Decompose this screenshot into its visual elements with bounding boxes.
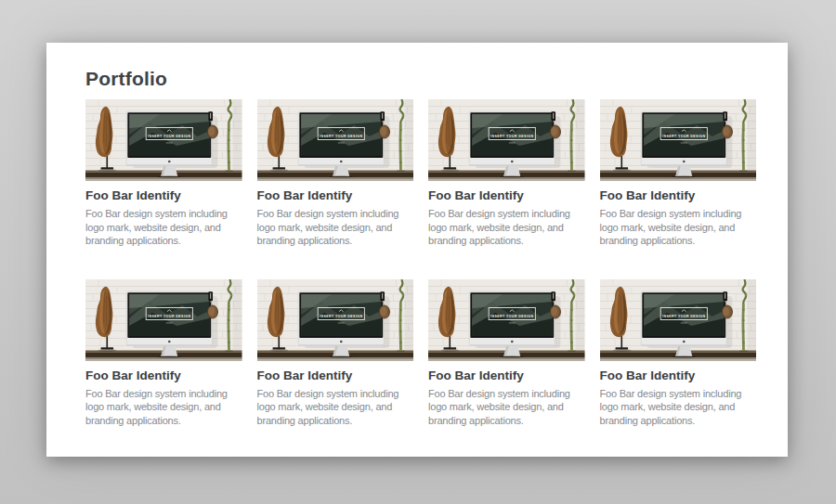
screen-placeholder-text: INSERT YOUR DESIGN (662, 314, 705, 317)
portfolio-card[interactable]: INSERT YOUR DESIGN (257, 99, 414, 248)
screen-placeholder-text: INSERT YOUR DESIGN (490, 314, 533, 317)
portfolio-item-description: Foo Bar design system including logo mar… (257, 207, 414, 248)
apple-logo-icon (168, 161, 171, 163)
portfolio-card[interactable]: INSERT YOUR DESIGN (428, 279, 585, 428)
portfolio-thumbnail[interactable]: INSERT YOUR DESIGN (257, 99, 414, 181)
imac-mockup-image: INSERT YOUR DESIGN (428, 99, 585, 181)
imac-mockup-image: INSERT YOUR DESIGN (85, 99, 242, 181)
portfolio-item-description: Foo Bar design system including logo mar… (85, 207, 242, 248)
page-title: Portfolio (85, 68, 760, 90)
screen-placeholder-text: INSERT YOUR DESIGN (662, 135, 705, 138)
portfolio-card[interactable]: INSERT YOUR DESIGN (257, 279, 414, 428)
portfolio-thumbnail[interactable]: INSERT YOUR DESIGN (85, 279, 242, 361)
portfolio-item-description: Foo Bar design system including logo mar… (600, 207, 757, 248)
content-area: Portfolio (46, 43, 788, 427)
portfolio-thumbnail[interactable]: INSERT YOUR DESIGN (257, 279, 414, 361)
portfolio-item-title[interactable]: Foo Bar Identify (428, 368, 585, 383)
content-card: Portfolio (46, 43, 788, 457)
apple-logo-icon (511, 340, 514, 342)
imac-mockup-image: INSERT YOUR DESIGN (257, 99, 414, 181)
portfolio-item-description: Foo Bar design system including logo mar… (257, 387, 414, 428)
portfolio-item-description: Foo Bar design system including logo mar… (428, 207, 585, 248)
portfolio-item-title[interactable]: Foo Bar Identify (85, 188, 242, 203)
portfolio-thumbnail[interactable]: INSERT YOUR DESIGN (85, 99, 242, 181)
portfolio-thumbnail[interactable]: INSERT YOUR DESIGN (600, 99, 757, 181)
screen-placeholder-text: INSERT YOUR DESIGN (148, 135, 190, 138)
apple-logo-icon (682, 161, 685, 163)
portfolio-item-description: Foo Bar design system including logo mar… (428, 387, 585, 428)
apple-logo-icon (339, 340, 342, 342)
imac-mockup-image: INSERT YOUR DESIGN (428, 279, 585, 361)
apple-logo-icon (511, 161, 514, 163)
imac-mockup-image: INSERT YOUR DESIGN (257, 279, 414, 361)
screen-placeholder-text: INSERT YOUR DESIGN (490, 135, 533, 138)
portfolio-thumbnail[interactable]: INSERT YOUR DESIGN (428, 279, 585, 361)
portfolio-item-title[interactable]: Foo Bar Identify (85, 368, 242, 383)
portfolio-thumbnail[interactable]: INSERT YOUR DESIGN (428, 99, 585, 181)
screen-placeholder-text: INSERT YOUR DESIGN (148, 314, 190, 317)
portfolio-grid: INSERT YOUR DESIGN (85, 99, 760, 427)
portfolio-item-title[interactable]: Foo Bar Identify (600, 368, 757, 383)
portfolio-item-title[interactable]: Foo Bar Identify (428, 188, 585, 203)
screen-placeholder-text: INSERT YOUR DESIGN (320, 135, 362, 138)
portfolio-thumbnail[interactable]: INSERT YOUR DESIGN (600, 279, 757, 361)
imac-mockup-image: INSERT YOUR DESIGN (600, 99, 757, 181)
imac-mockup-image: INSERT YOUR DESIGN (600, 279, 757, 361)
apple-logo-icon (339, 161, 342, 163)
imac-mockup-image: INSERT YOUR DESIGN (85, 279, 242, 361)
portfolio-card[interactable]: INSERT YOUR DESIGN (85, 279, 242, 428)
portfolio-item-description: Foo Bar design system including logo mar… (600, 387, 757, 428)
apple-logo-icon (682, 340, 685, 342)
apple-logo-icon (168, 340, 171, 342)
portfolio-item-title[interactable]: Foo Bar Identify (257, 368, 414, 383)
portfolio-item-description: Foo Bar design system including logo mar… (85, 387, 242, 428)
screen-placeholder-text: INSERT YOUR DESIGN (320, 314, 362, 317)
portfolio-card[interactable]: INSERT YOUR DESIGN (85, 99, 242, 248)
portfolio-item-title[interactable]: Foo Bar Identify (257, 188, 414, 203)
portfolio-card[interactable]: INSERT YOUR DESIGN (428, 99, 585, 248)
portfolio-card[interactable]: INSERT YOUR DESIGN (600, 99, 757, 248)
portfolio-card[interactable]: INSERT YOUR DESIGN (600, 279, 757, 428)
portfolio-item-title[interactable]: Foo Bar Identify (600, 188, 757, 203)
